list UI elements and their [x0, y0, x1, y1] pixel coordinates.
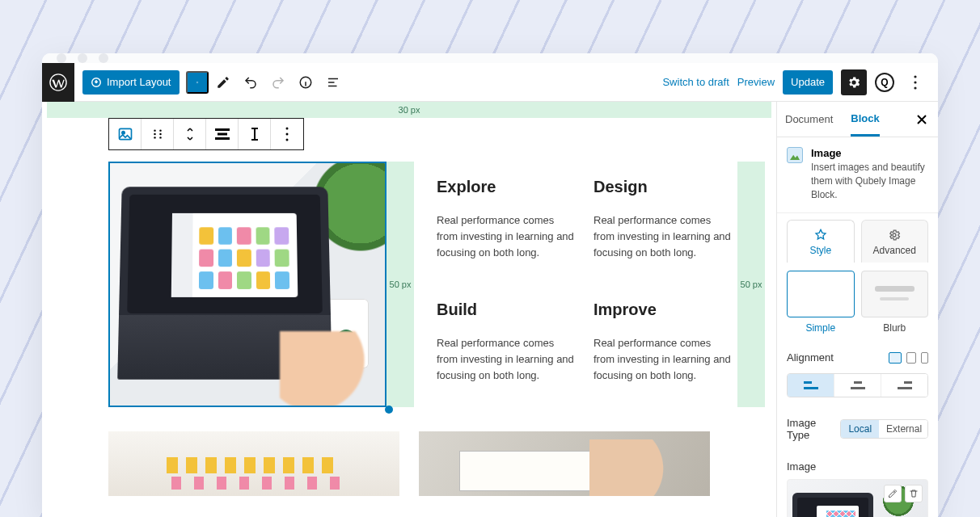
svg-point-20: [893, 233, 896, 237]
svg-rect-15: [218, 133, 227, 136]
svg-point-12: [154, 137, 155, 138]
image-type-external[interactable]: External: [879, 420, 928, 438]
window-control[interactable]: [57, 53, 66, 63]
feature-cell[interactable]: Improve Real performance comes from inve…: [593, 301, 734, 391]
feature-body: Real performance comes from investing in…: [593, 212, 731, 261]
spacer-indicator-col: 50 px: [387, 162, 414, 407]
svg-point-17: [286, 128, 289, 130]
settings-icon[interactable]: [841, 69, 867, 95]
block-more-icon[interactable]: [271, 119, 303, 149]
add-block-button[interactable]: [186, 71, 209, 94]
image-block-secondary[interactable]: [419, 431, 710, 496]
block-description: Insert images and beautify them with Qub…: [811, 161, 928, 201]
settings-sidebar: Document Block Image Insert images and b…: [776, 102, 938, 517]
block-type-icon[interactable]: [109, 119, 142, 149]
drag-handle-icon[interactable]: [142, 119, 174, 149]
editor-canvas[interactable]: 30 px: [42, 102, 776, 517]
spacer-indicator-col-right: 50 px: [737, 162, 765, 407]
svg-point-19: [286, 139, 289, 141]
svg-point-11: [159, 133, 161, 135]
window-control[interactable]: [78, 53, 87, 63]
feature-body: Real performance comes from investing in…: [437, 335, 574, 384]
redo-icon[interactable]: [265, 69, 291, 95]
align-right-button[interactable]: [881, 374, 927, 397]
svg-point-3: [914, 75, 916, 78]
svg-point-5: [914, 86, 916, 89]
switch-to-draft-link[interactable]: Switch to draft: [662, 76, 729, 88]
svg-point-4: [914, 81, 916, 83]
tab-block[interactable]: Block: [851, 103, 879, 137]
image-preview[interactable]: [787, 479, 928, 517]
feature-body: Real performance comes from investing in…: [593, 335, 731, 384]
feature-title: Explore: [437, 178, 577, 196]
selected-image[interactable]: [110, 163, 385, 406]
resize-handle[interactable]: [385, 406, 393, 414]
editor-app: Import Layout Switch to draft Preview Up…: [42, 63, 938, 517]
move-icon[interactable]: [174, 119, 206, 149]
subtab-style[interactable]: Style: [787, 220, 855, 263]
device-desktop-icon[interactable]: [889, 352, 902, 364]
device-tablet-icon[interactable]: [906, 352, 916, 364]
update-button[interactable]: Update: [783, 70, 833, 95]
svg-point-13: [159, 137, 161, 138]
image-type-local[interactable]: Local: [841, 420, 879, 438]
outline-icon[interactable]: [320, 69, 346, 95]
alignment-label: Alignment: [787, 351, 834, 364]
svg-point-7: [121, 132, 124, 134]
block-type-image-icon: [787, 147, 803, 163]
svg-point-9: [159, 129, 161, 131]
import-layout-button[interactable]: Import Layout: [82, 70, 180, 95]
info-icon[interactable]: [293, 69, 319, 95]
more-icon[interactable]: [902, 69, 928, 95]
undo-icon[interactable]: [238, 69, 264, 95]
layout-label-simple: Simple: [787, 322, 855, 334]
align-center-button[interactable]: [834, 374, 881, 397]
device-mobile-icon[interactable]: [921, 352, 928, 364]
align-icon[interactable]: [206, 119, 239, 149]
block-name: Image: [811, 147, 928, 159]
image-type-label: Image Type: [787, 417, 840, 441]
feature-body: Real performance comes from investing in…: [437, 212, 574, 261]
feature-cell[interactable]: Build Real performance comes from invest…: [437, 301, 577, 391]
import-label: Import Layout: [107, 76, 171, 88]
browser-chrome: [42, 53, 938, 63]
window-control[interactable]: [99, 53, 108, 63]
layout-label-blurb: Blurb: [861, 322, 929, 334]
subtab-advanced[interactable]: Advanced: [861, 220, 929, 263]
preview-link[interactable]: Preview: [737, 76, 775, 88]
vertical-align-icon[interactable]: [239, 119, 271, 149]
feature-title: Build: [437, 301, 577, 319]
feature-cell[interactable]: Design Real performance comes from inves…: [593, 178, 734, 268]
edit-icon[interactable]: [210, 69, 236, 95]
svg-point-8: [154, 129, 155, 131]
svg-rect-14: [215, 128, 230, 131]
image-label: Image: [787, 460, 816, 473]
delete-image-icon[interactable]: [905, 485, 923, 502]
wordpress-logo[interactable]: [42, 63, 74, 102]
browser-window: Import Layout Switch to draft Preview Up…: [42, 53, 938, 517]
spacer-indicator-top: 30 px: [47, 102, 771, 118]
svg-point-10: [154, 133, 155, 135]
layout-option-blurb[interactable]: [861, 271, 929, 317]
feature-title: Improve: [593, 301, 734, 319]
image-block[interactable]: [108, 162, 387, 407]
image-block-secondary[interactable]: [108, 431, 399, 496]
svg-rect-16: [215, 137, 230, 140]
block-toolbar: [108, 118, 304, 150]
layout-option-simple[interactable]: [787, 271, 855, 317]
close-sidebar-icon[interactable]: [914, 111, 930, 128]
edit-image-icon[interactable]: [884, 485, 902, 502]
feature-cell[interactable]: Explore Real performance comes from inve…: [437, 178, 577, 268]
align-left-button[interactable]: [788, 374, 834, 397]
responsive-device-toggle[interactable]: [889, 352, 928, 364]
tab-document[interactable]: Document: [785, 103, 833, 135]
svg-point-18: [286, 133, 289, 136]
qubely-icon[interactable]: Q: [875, 73, 894, 92]
feature-title: Design: [593, 178, 734, 196]
editor-top-bar: Import Layout Switch to draft Preview Up…: [42, 63, 938, 102]
